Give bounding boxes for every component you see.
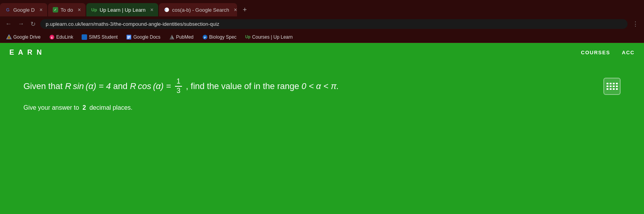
bookmark-google-docs[interactable]: Google Docs xyxy=(123,34,163,41)
fraction-numerator: 1 xyxy=(175,77,182,87)
calculator-button[interactable] xyxy=(603,78,621,95)
hint-suffix: decimal places. xyxy=(89,104,132,111)
uplearn-tab-icon: Up xyxy=(91,7,97,13)
nav-account[interactable]: ACC xyxy=(622,50,635,55)
answer-hint: Give your answer to 2 decimal places. xyxy=(23,104,621,111)
tab-google-docs[interactable]: G Google D × xyxy=(0,3,47,16)
hint-label: Give your answer to xyxy=(23,104,79,111)
uplearn-brand-left: E A R N xyxy=(9,48,43,57)
address-text: p.uplearn.co.uk/learn/maths-3/the-compou… xyxy=(46,21,219,27)
fraction-one-third: 1 3 xyxy=(175,77,182,95)
bookmark-sims-label: SIMS Student xyxy=(89,34,118,40)
svg-text:G: G xyxy=(165,9,167,11)
extensions-button[interactable]: ⋮ xyxy=(631,19,640,29)
tab-google-search-close[interactable]: × xyxy=(234,7,237,13)
bookmark-sims[interactable]: SIMS Student xyxy=(78,34,121,41)
google-docs-bookmark-icon xyxy=(126,34,132,40)
math-question: Given that R sin (α) = 4 and R cos (α) =… xyxy=(23,77,603,95)
calc-dot xyxy=(616,86,618,87)
tab-google-search[interactable]: G cos(a-b) - Google Search × xyxy=(159,3,237,16)
fraction-denominator: 3 xyxy=(175,87,182,95)
calc-dot xyxy=(616,83,618,84)
calc-row-2 xyxy=(607,86,618,87)
uplearn-nav: E A R N COURSES ACC xyxy=(0,43,644,62)
address-bar[interactable]: p.uplearn.co.uk/learn/maths-3/the-compou… xyxy=(40,19,628,29)
calc-dot xyxy=(613,83,615,84)
bookmark-pubmed[interactable]: PubMed xyxy=(166,34,197,41)
question-r-sin: R sin (α) = 4 xyxy=(65,79,111,93)
tab-google-search-label: cos(a-b) - Google Search xyxy=(172,7,229,13)
svg-rect-6 xyxy=(82,34,87,40)
tab-uplearn-close[interactable]: × xyxy=(150,7,153,13)
calc-dot xyxy=(607,88,608,90)
edulink-icon: E xyxy=(49,34,55,40)
calc-dot xyxy=(613,88,615,90)
svg-text:P: P xyxy=(204,36,206,39)
svg-text:E: E xyxy=(51,36,53,39)
calc-dot xyxy=(610,83,612,84)
address-bar-row: ← → ↻ p.uplearn.co.uk/learn/maths-3/the-… xyxy=(0,16,644,31)
calc-row-1 xyxy=(607,83,618,84)
calc-row-3 xyxy=(607,88,618,90)
tab-bar: G Google D × ✓ To do × Up Up Learn | Up … xyxy=(0,0,644,16)
question-outro: , find the value of in the range xyxy=(186,79,299,93)
uplearn-nav-right: COURSES ACC xyxy=(581,50,635,55)
bookmark-google-drive-label: Google Drive xyxy=(13,34,41,40)
sims-icon xyxy=(82,34,87,40)
todo-tab-icon: ✓ xyxy=(53,7,58,12)
question-intro: Given that xyxy=(23,79,62,93)
calc-dot xyxy=(613,86,615,87)
forward-button[interactable]: → xyxy=(16,19,26,29)
reload-button[interactable]: ↻ xyxy=(29,19,37,29)
biology-spec-icon: P xyxy=(202,34,208,40)
tab-uplearn-label: Up Learn | Up Learn xyxy=(100,7,146,13)
question-r-cos: R cos (α) = xyxy=(130,79,171,93)
bookmark-google-drive[interactable]: Google Drive xyxy=(3,34,44,41)
question-range: 0 < α < π. xyxy=(301,79,339,93)
bookmark-edulink[interactable]: E EduLink xyxy=(46,34,76,41)
bookmark-courses-uplearn[interactable]: Up Courses | Up Learn xyxy=(242,34,296,41)
google-drive-icon xyxy=(6,34,12,40)
bookmarks-bar: Google Drive E EduLink SIMS Student xyxy=(0,31,644,43)
google-docs-tab-icon: G xyxy=(5,7,11,13)
tab-todo-close[interactable]: × xyxy=(78,7,81,13)
new-tab-button[interactable]: + xyxy=(239,4,250,15)
uplearn-main-content: Given that R sin (α) = 4 and R cos (α) =… xyxy=(0,62,644,214)
bookmark-biology-spec-label: Biology Spec xyxy=(209,34,237,40)
tab-uplearn[interactable]: Up Up Learn | Up Learn × xyxy=(86,3,158,16)
tab-todo-label: To do xyxy=(61,7,73,13)
calc-dot xyxy=(610,88,612,90)
bookmark-google-docs-label: Google Docs xyxy=(133,34,160,40)
calc-dot xyxy=(610,86,612,87)
tab-todo[interactable]: ✓ To do × xyxy=(48,3,86,16)
courses-uplearn-icon: Up xyxy=(245,34,251,40)
calc-dot xyxy=(607,83,608,84)
google-search-tab-icon: G xyxy=(164,7,170,13)
nav-courses[interactable]: COURSES xyxy=(581,50,610,55)
tab-google-docs-close[interactable]: × xyxy=(39,7,43,13)
calc-dot xyxy=(616,88,618,90)
bookmark-pubmed-label: PubMed xyxy=(176,34,194,40)
question-and: and xyxy=(113,79,128,93)
calc-dot xyxy=(607,86,608,87)
tab-google-docs-label: Google D xyxy=(13,7,35,13)
hint-number: 2 xyxy=(82,104,86,111)
bookmark-biology-spec[interactable]: P Biology Spec xyxy=(199,34,240,41)
bookmark-courses-uplearn-label: Courses | Up Learn xyxy=(252,34,293,40)
pubmed-icon xyxy=(169,34,175,40)
back-button[interactable]: ← xyxy=(4,19,13,29)
svg-marker-3 xyxy=(7,35,11,39)
uplearn-container: E A R N COURSES ACC Given that R sin (α)… xyxy=(0,43,644,214)
bookmark-edulink-label: EduLink xyxy=(56,34,73,40)
question-container: Given that R sin (α) = 4 and R cos (α) =… xyxy=(23,77,621,95)
